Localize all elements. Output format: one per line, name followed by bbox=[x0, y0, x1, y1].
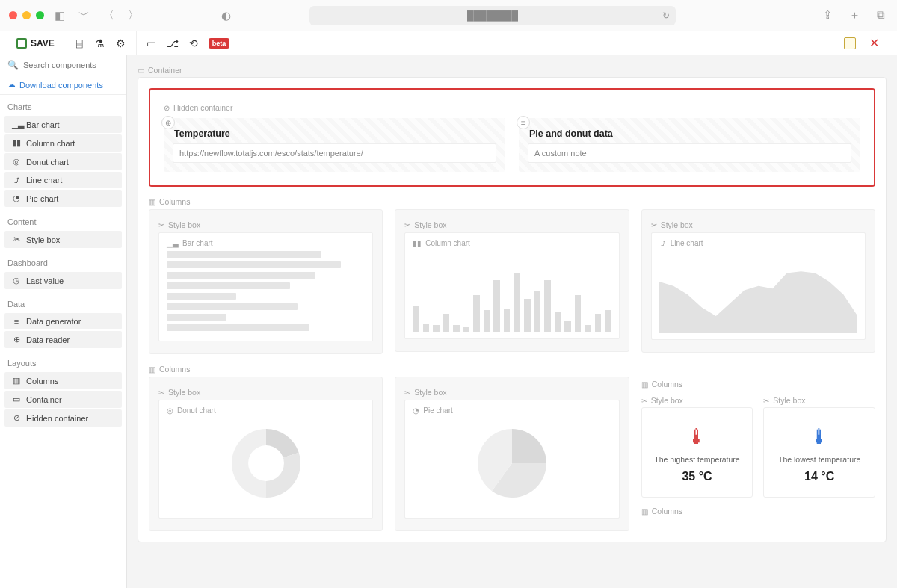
sidebar-item-bar-chart[interactable]: ▁▃Bar chart bbox=[4, 116, 122, 133]
label-stylebox: ✂Style box bbox=[763, 396, 875, 405]
sidebar-heading-layouts: Layouts bbox=[0, 356, 126, 371]
shield-icon[interactable]: ◐ bbox=[218, 9, 234, 22]
container-icon: ▭ bbox=[138, 66, 144, 75]
card-temperature[interactable]: ⊕ Temperature https://newflow.totaljs.co… bbox=[164, 118, 505, 172]
sidebar-heading-data: Data bbox=[0, 297, 126, 312]
globe-icon: ⊕ bbox=[161, 116, 175, 129]
temp-low-value: 14 °C bbox=[804, 470, 834, 483]
sidebar-item-column-chart[interactable]: ▮▮Column chart bbox=[4, 134, 122, 152]
beta-badge: beta bbox=[209, 38, 230, 49]
sidebar-item-line-chart[interactable]: ⭜Line chart bbox=[4, 172, 122, 188]
thermometer-cold-icon: 🌡 bbox=[809, 424, 830, 449]
label-stylebox: ✂Style box bbox=[641, 396, 753, 405]
card-pie-donut[interactable]: ≡ Pie and donut data A custom note bbox=[519, 118, 860, 172]
eye-off-icon: ⊘ bbox=[12, 413, 21, 423]
tabs-icon[interactable]: ⧉ bbox=[874, 8, 888, 22]
note-icon: ≡ bbox=[517, 116, 530, 129]
back-icon[interactable]: 〈 bbox=[100, 8, 117, 22]
temp-card-high[interactable]: 🌡 The highest temperature 35 °C bbox=[641, 407, 753, 498]
bar-chart-icon: ▁▃ bbox=[167, 239, 179, 247]
label-stylebox: ✂Style box bbox=[404, 220, 619, 229]
stylebox[interactable]: ✂Style box ⭜Line chart bbox=[641, 209, 875, 353]
temp-high-label: The highest temperature bbox=[654, 455, 739, 464]
sidebar-item-pie-chart[interactable]: ◔Pie chart bbox=[4, 190, 122, 207]
save-button[interactable]: SAVE bbox=[16, 38, 55, 49]
chevron-down-icon[interactable]: ﹀ bbox=[75, 8, 93, 22]
sidebar-item-style-box[interactable]: ✂Style box bbox=[4, 231, 122, 248]
window-zoom-icon[interactable] bbox=[36, 11, 44, 19]
sidebar-item-columns[interactable]: ▥Columns bbox=[4, 372, 122, 389]
column-chart-box[interactable]: ▮▮Column chart bbox=[404, 232, 619, 339]
container-box[interactable]: ⊘Hidden container ⊕ Temperature https://… bbox=[138, 77, 887, 542]
columns-icon: ▥ bbox=[149, 198, 155, 206]
hidden-container-box[interactable]: ⊘Hidden container ⊕ Temperature https://… bbox=[149, 88, 875, 187]
sidebar-heading-charts: Charts bbox=[0, 99, 126, 114]
svg-point-0 bbox=[248, 445, 284, 481]
sidebar-item-container[interactable]: ▭Container bbox=[4, 391, 122, 408]
style-icon: ✂ bbox=[404, 221, 410, 229]
search-row[interactable]: 🔍 bbox=[0, 55, 126, 75]
style-icon: ✂ bbox=[404, 389, 410, 397]
sync-icon[interactable]: ⟲ bbox=[188, 37, 200, 49]
stylebox[interactable]: ✂Style box ▮▮Column chart bbox=[395, 209, 629, 352]
search-input[interactable] bbox=[23, 61, 126, 69]
label-columns: ▥Columns bbox=[149, 197, 875, 206]
download-components-link[interactable]: ☁ Download components bbox=[0, 75, 126, 95]
forward-icon[interactable]: 〉 bbox=[125, 8, 142, 22]
line-chart-box[interactable]: ⭜Line chart bbox=[651, 232, 866, 340]
stylebox[interactable]: ✂Style box ◎Donut chart bbox=[149, 377, 383, 531]
pie-chart-icon: ◔ bbox=[413, 406, 419, 415]
gear-icon[interactable]: ⚙ bbox=[115, 37, 127, 49]
card-field[interactable]: https://newflow.totaljs.com/esco/stats/t… bbox=[173, 143, 496, 163]
window-close-icon[interactable] bbox=[9, 11, 17, 19]
address-bar[interactable]: ████████ ↻ bbox=[309, 6, 676, 25]
column-chart bbox=[413, 258, 611, 332]
label-stylebox: ✂Style box bbox=[158, 388, 373, 397]
columns-row-1: ✂Style box ▁▃Bar chart ✂Style box ▮▮Colu… bbox=[149, 209, 875, 354]
thermometer-hot-icon: 🌡 bbox=[686, 424, 707, 449]
sidebar-item-last-value[interactable]: ◷Last value bbox=[4, 272, 122, 289]
temp-high-value: 35 °C bbox=[682, 470, 712, 483]
card-title: Temperature bbox=[174, 129, 496, 139]
sidebar-item-donut-chart[interactable]: ◎Donut chart bbox=[4, 153, 122, 170]
style-icon: ✂ bbox=[158, 389, 164, 397]
donut-chart-icon: ◎ bbox=[12, 157, 21, 167]
card-title: Pie and donut data bbox=[529, 129, 851, 139]
columns-row-2: ✂Style box ◎Donut chart ✂Style box ◔Pie … bbox=[149, 377, 875, 531]
share-icon[interactable]: ⇪ bbox=[820, 8, 836, 22]
close-icon[interactable]: ✕ bbox=[865, 36, 884, 50]
donut-chart-box[interactable]: ◎Donut chart bbox=[158, 400, 373, 519]
line-chart-icon: ⭜ bbox=[659, 239, 667, 247]
branch-icon[interactable]: ⎇ bbox=[167, 37, 179, 49]
stylebox[interactable]: ✂Style box ◔Pie chart bbox=[395, 377, 629, 531]
flask-icon[interactable]: ⚗ bbox=[94, 37, 106, 49]
window-icon[interactable]: ▭ bbox=[146, 37, 158, 49]
globe-icon: ⊕ bbox=[12, 335, 21, 344]
columns-icon: ▥ bbox=[149, 365, 155, 374]
label-columns: ▥Columns bbox=[641, 380, 875, 389]
label-stylebox: ✂Style box bbox=[651, 220, 866, 229]
note-icon[interactable] bbox=[844, 37, 856, 49]
app-toolbar: SAVE ⌸ ⚗ ⚙ ▭ ⎇ ⟲ beta ✕ bbox=[0, 31, 897, 55]
temp-card-low[interactable]: 🌡 The lowest temperature 14 °C bbox=[763, 407, 875, 498]
sidebar-item-data-generator[interactable]: ≡Data generator bbox=[4, 313, 122, 329]
label-container: ▭Container bbox=[138, 66, 887, 75]
sidebar-item-data-reader[interactable]: ⊕Data reader bbox=[4, 331, 122, 348]
stylebox[interactable]: ✂Style box ▁▃Bar chart bbox=[149, 209, 383, 354]
url-text: ████████ bbox=[467, 10, 518, 21]
refresh-icon[interactable]: ↻ bbox=[662, 10, 670, 21]
pie-chart-box[interactable]: ◔Pie chart bbox=[404, 400, 619, 519]
card-field[interactable]: A custom note bbox=[528, 143, 851, 163]
window-minimize-icon[interactable] bbox=[22, 11, 31, 19]
cloud-download-icon: ☁ bbox=[7, 80, 16, 90]
sidebar-heading-content: Content bbox=[0, 214, 126, 229]
archive-icon[interactable]: ⌸ bbox=[73, 37, 85, 49]
new-tab-icon[interactable]: ＋ bbox=[846, 8, 863, 22]
label-hidden: ⊘Hidden container bbox=[164, 103, 860, 112]
bar-chart-box[interactable]: ▁▃Bar chart bbox=[158, 232, 373, 341]
style-icon: ✂ bbox=[763, 397, 769, 405]
sidebar-item-hidden-container[interactable]: ⊘Hidden container bbox=[4, 409, 122, 427]
sidebar-toggle-icon[interactable]: ◧ bbox=[52, 9, 68, 22]
pie-chart-icon: ◔ bbox=[12, 194, 21, 203]
browser-chrome: ◧ ﹀ 〈 〉 ◐ ████████ ↻ ⇪ ＋ ⧉ bbox=[0, 0, 897, 31]
